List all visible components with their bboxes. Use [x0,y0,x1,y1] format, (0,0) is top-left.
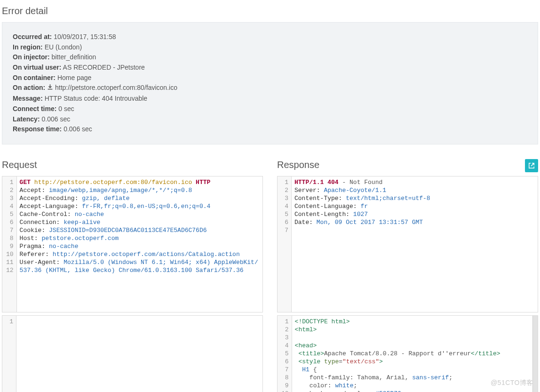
on-action-label: On action: [13,84,45,91]
error-detail-panel: Occurred at: 10/09/2017, 15:31:58 In reg… [2,22,538,144]
message-value: HTTP Status code: 404 Introuvable [45,95,147,102]
error-detail-title: Error detail [2,6,538,16]
scrollbar-thumb[interactable] [533,316,537,332]
connect-time-label: Connect time: [13,105,56,112]
response-time-value: 0.006 sec [64,125,92,133]
request-title: Request [2,160,263,170]
response-time-label: Response time: [13,125,62,133]
occurred-at-value: 10/09/2017, 15:31:58 [54,33,116,40]
on-virtual-user-label: On virtual user: [13,64,61,71]
response-headers-box[interactable]: 1234567 HTTP/1.1 404 - Not FoundServer: … [277,176,538,312]
response-title: Response [277,160,319,170]
latency-label: Latency: [13,115,40,123]
on-injector-value: bitter_definition [51,53,96,61]
connect-time-value: 0 sec [58,105,74,112]
occurred-at-label: Occurred at: [13,33,52,40]
request-body-box[interactable]: 1 [2,315,263,392]
message-label: Message: [13,95,43,102]
in-region-label: In region: [13,43,43,51]
on-virtual-user-value: AS RECORDED - JPetstore [63,64,145,71]
on-container-label: On container: [13,74,56,81]
latency-value: 0.006 sec [41,115,70,123]
on-container-value: Home page [57,74,91,81]
on-action-value: http://petstore.octoperf.com:80/favicon.… [55,84,177,91]
in-region-value: EU (London) [45,43,82,51]
open-external-button[interactable] [525,159,538,172]
request-headers-box[interactable]: 123456789101112 GET http://petstore.octo… [2,176,263,312]
watermark: @51CTO博客 [491,379,533,387]
download-icon [47,83,53,94]
on-injector-label: On injector: [13,53,50,61]
